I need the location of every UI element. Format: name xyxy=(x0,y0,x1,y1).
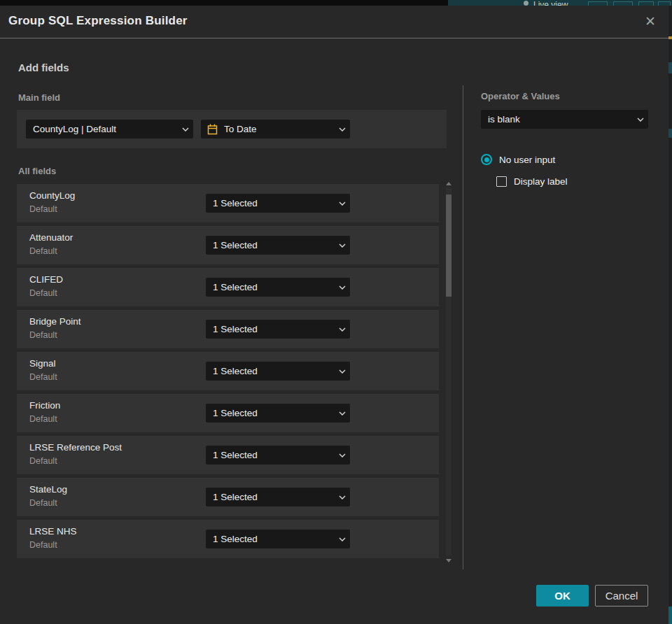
calendar-icon xyxy=(201,124,218,135)
chevron-down-icon xyxy=(335,285,350,290)
field-name: Bridge Point xyxy=(29,316,81,327)
screen: Live view Group SQL Expression Builder ✕… xyxy=(0,0,672,624)
field-source: Default xyxy=(29,498,57,508)
chevron-down-icon xyxy=(335,453,350,458)
field-selection-select[interactable]: 1 Selected xyxy=(206,236,350,255)
dialog-header: Group SQL Expression Builder ✕ xyxy=(0,6,668,38)
field-row: Signal Default 1 Selected xyxy=(17,352,439,390)
no-user-input-radio[interactable]: No user input xyxy=(481,154,555,165)
field-name: CLIFED xyxy=(29,274,63,285)
field-row: Attenuator Default 1 Selected xyxy=(17,226,439,264)
live-view-dot-icon xyxy=(524,1,528,6)
chevron-down-icon xyxy=(335,127,350,132)
field-source: Default xyxy=(29,204,57,214)
main-field-label: Main field xyxy=(18,92,60,103)
field-row: LRSE Reference Post Default 1 Selected xyxy=(17,436,439,474)
main-field-type-value: To Date xyxy=(218,124,335,134)
radio-icon xyxy=(481,154,492,165)
field-selection-select[interactable]: 1 Selected xyxy=(206,446,350,465)
background-toolbar: Live view xyxy=(448,0,672,6)
background-right-sliver xyxy=(668,6,672,624)
operator-select-value: is blank xyxy=(481,114,633,125)
chevron-down-icon xyxy=(633,118,648,122)
background-toolbar-strip: Live view xyxy=(0,0,672,6)
field-source: Default xyxy=(29,414,57,424)
field-selection-value: 1 Selected xyxy=(206,240,335,250)
chevron-down-icon xyxy=(335,537,350,541)
scrollbar-thumb[interactable] xyxy=(446,194,451,297)
field-source: Default xyxy=(29,246,57,256)
field-selection-value: 1 Selected xyxy=(206,408,335,418)
field-selection-value: 1 Selected xyxy=(206,324,335,334)
operator-select[interactable]: is blank xyxy=(481,110,648,129)
field-selection-value: 1 Selected xyxy=(206,534,335,544)
field-source: Default xyxy=(29,372,57,382)
chevron-down-icon xyxy=(335,327,350,332)
field-selection-select[interactable]: 1 Selected xyxy=(206,194,350,213)
field-selection-value: 1 Selected xyxy=(206,282,335,292)
background-teal-block xyxy=(668,62,672,73)
operator-values-label: Operator & Values xyxy=(481,91,560,101)
ok-button[interactable]: OK xyxy=(536,585,589,607)
background-teal-block xyxy=(668,607,672,624)
main-field-container: CountyLog | Default To Date xyxy=(17,110,447,148)
field-selection-value: 1 Selected xyxy=(206,198,335,208)
add-fields-heading: Add fields xyxy=(18,62,69,73)
chevron-down-icon xyxy=(335,243,350,248)
field-selection-value: 1 Selected xyxy=(206,450,335,460)
field-row: CountyLog Default 1 Selected xyxy=(17,184,439,222)
main-field-type-select[interactable]: To Date xyxy=(201,120,350,139)
field-selection-select[interactable]: 1 Selected xyxy=(206,404,350,423)
all-fields-label: All fields xyxy=(18,166,56,176)
chevron-down-icon xyxy=(335,411,350,416)
field-name: CountyLog xyxy=(29,190,75,201)
field-name: LRSE NHS xyxy=(29,526,77,537)
field-selection-select[interactable]: 1 Selected xyxy=(206,278,350,297)
display-label-label: Display label xyxy=(514,176,568,187)
scroll-down-icon[interactable] xyxy=(446,559,451,562)
main-field-select[interactable]: CountyLog | Default xyxy=(26,120,193,139)
radio-dot-icon xyxy=(484,157,489,162)
panel-divider xyxy=(463,85,463,569)
scroll-up-icon[interactable] xyxy=(446,182,451,185)
field-selection-select[interactable]: 1 Selected xyxy=(206,530,350,548)
field-source: Default xyxy=(29,288,57,298)
background-teal-block xyxy=(668,129,672,138)
group-sql-expression-builder-dialog: Group SQL Expression Builder ✕ Add field… xyxy=(0,6,668,624)
chevron-down-icon xyxy=(178,127,193,132)
field-source: Default xyxy=(29,540,57,550)
field-row: Friction Default 1 Selected xyxy=(17,394,439,432)
field-row: StateLog Default 1 Selected xyxy=(17,478,439,516)
no-user-input-label: No user input xyxy=(499,155,555,165)
chevron-down-icon xyxy=(335,201,350,206)
dialog-title: Group SQL Expression Builder xyxy=(8,14,188,28)
close-icon[interactable]: ✕ xyxy=(642,13,659,29)
cancel-button[interactable]: Cancel xyxy=(595,585,648,607)
field-row: LRSE NHS Default 1 Selected xyxy=(17,520,439,558)
all-fields-list: CountyLog Default 1 Selected Attenuator … xyxy=(17,184,439,562)
live-view-label: Live view xyxy=(533,0,568,6)
field-name: Attenuator xyxy=(29,232,73,243)
field-row: CLIFED Default 1 Selected xyxy=(17,268,439,306)
field-name: StateLog xyxy=(29,484,67,495)
field-selection-value: 1 Selected xyxy=(206,366,335,376)
field-selection-select[interactable]: 1 Selected xyxy=(206,488,350,506)
field-name: Signal xyxy=(29,358,56,369)
field-selection-select[interactable]: 1 Selected xyxy=(206,362,350,381)
field-source: Default xyxy=(29,330,57,340)
field-selection-select[interactable]: 1 Selected xyxy=(206,320,350,339)
field-name: Friction xyxy=(29,400,60,411)
field-row: Bridge Point Default 1 Selected xyxy=(17,310,439,348)
chevron-down-icon xyxy=(335,495,350,499)
main-field-select-value: CountyLog | Default xyxy=(26,124,178,134)
field-name: LRSE Reference Post xyxy=(29,442,122,453)
field-selection-value: 1 Selected xyxy=(206,492,335,502)
fields-scrollbar xyxy=(445,180,452,562)
chevron-down-icon xyxy=(335,369,350,374)
field-source: Default xyxy=(29,456,57,466)
background-accent-dot xyxy=(668,36,672,39)
display-label-checkbox[interactable]: Display label xyxy=(496,176,568,187)
checkbox-icon xyxy=(496,176,507,187)
